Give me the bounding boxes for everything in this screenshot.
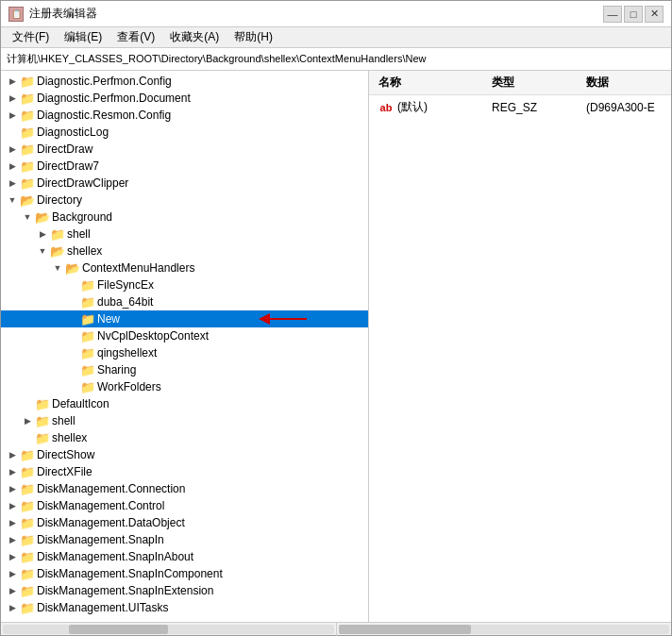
folder-icon: 📁 (35, 430, 50, 445)
horizontal-scrollbar[interactable] (3, 625, 334, 634)
expand-btn[interactable]: ▶ (5, 532, 20, 547)
tree-item-diskmgmt-dataobject[interactable]: ▶ 📁 DiskManagement.DataObject (1, 514, 368, 531)
expand-btn[interactable]: ▶ (5, 91, 20, 106)
app-icon: 📋 (8, 7, 24, 22)
tree-item-directshow[interactable]: ▶ 📁 DirectShow (1, 446, 368, 463)
folder-icon: 📁 (20, 91, 35, 106)
tree-item-duba64bit[interactable]: 📁 duba_64bit (1, 293, 368, 310)
item-label: DiskManagement.SnapInAbout (37, 550, 193, 563)
item-label: NvCplDesktopContext (97, 329, 209, 343)
col-type: 类型 (488, 73, 582, 92)
right-header: 名称 类型 数据 (369, 71, 671, 95)
expand-btn[interactable]: ▼ (5, 192, 20, 208)
address-value[interactable]: 计算机\HKEY_CLASSES_ROOT\Directory\Backgrou… (7, 52, 665, 66)
tree-item-nvcpl[interactable]: 📁 NvCplDesktopContext (1, 327, 368, 344)
tree-item-defaulticon[interactable]: 📁 DefaultIcon (1, 395, 368, 412)
tree-item-contextmenuhandlers[interactable]: ▼ 📂 ContextMenuHandlers (1, 259, 368, 276)
menu-favorites[interactable]: 收藏夹(A) (162, 27, 227, 47)
tree-item-diskmgmt-connection[interactable]: ▶ 📁 DiskManagement.Connection (1, 480, 368, 497)
expand-btn[interactable]: ▶ (5, 159, 20, 174)
scrollbar-thumb[interactable] (69, 625, 168, 634)
expand-btn[interactable]: ▼ (35, 243, 50, 259)
tree-item-dir-shellex[interactable]: 📁 shellex (1, 429, 368, 446)
registry-data-cell: (D969A300-E (582, 99, 665, 116)
tree-item-shellex[interactable]: ▼ 📂 shellex (1, 243, 368, 259)
tree-item-directdraw[interactable]: ▶ 📁 DirectDraw (1, 141, 368, 158)
expand-btn[interactable]: ▼ (20, 209, 35, 225)
tree-item-diaglog[interactable]: ▶ 📁 DiagnosticLog (1, 124, 368, 141)
expand-btn[interactable]: ▶ (5, 600, 20, 615)
tree-item-diskmgmt-snapinabout[interactable]: ▶ 📁 DiskManagement.SnapInAbout (1, 548, 368, 565)
folder-icon: 📁 (20, 108, 35, 123)
folder-icon: 📁 (20, 447, 35, 462)
expand-btn[interactable]: ▶ (5, 108, 20, 123)
maximize-button[interactable]: □ (624, 6, 643, 23)
tree-item-diskmgmt-snapincomponent[interactable]: ▶ 📁 DiskManagement.SnapInComponent (1, 565, 368, 582)
title-controls: — □ ✕ (603, 6, 664, 23)
tree-item-workfolders[interactable]: 📁 WorkFolders (1, 378, 368, 395)
folder-icon: 📁 (80, 294, 95, 310)
tree-panel[interactable]: ▶ 📁 Diagnostic.Perfmon.Config ▶ 📁 Diagno… (1, 71, 369, 622)
expand-btn[interactable]: ▶ (5, 74, 20, 89)
item-label: shellex (67, 244, 102, 258)
tree-item-qingshellext[interactable]: 📁 qingshellext (1, 344, 368, 361)
menu-help[interactable]: 帮助(H) (227, 27, 280, 47)
minimize-button[interactable]: — (603, 6, 622, 23)
tree-item-filesyncex[interactable]: 📁 FileSyncEx (1, 276, 368, 293)
tree-item-diskmgmt-uitasks[interactable]: ▶ 📁 DiskManagement.UITasks (1, 599, 368, 616)
expand-btn[interactable]: ▶ (5, 142, 20, 157)
expand-btn[interactable]: ▶ (5, 481, 20, 496)
expand-btn[interactable]: ▶ (5, 498, 20, 513)
expand-btn (65, 379, 80, 394)
expand-btn (65, 362, 80, 377)
expand-btn[interactable]: ▶ (5, 583, 20, 598)
item-label: DirectDraw7 (37, 159, 99, 173)
tree-item-new[interactable]: 📁 New (1, 310, 368, 327)
close-button[interactable]: ✕ (645, 6, 664, 23)
registry-row[interactable]: ab (默认) REG_SZ (D969A300-E (369, 95, 671, 119)
menu-edit[interactable]: 编辑(E) (57, 27, 109, 47)
item-label: DiskManagement.Connection (37, 482, 185, 495)
tree-item-directdrawclipper[interactable]: ▶ 📁 DirectDrawClipper (1, 175, 368, 192)
expand-btn[interactable]: ▶ (5, 515, 20, 530)
tree-item-directxfile[interactable]: ▶ 📁 DirectXFile (1, 463, 368, 480)
item-label: shellex (52, 431, 87, 444)
expand-btn (20, 430, 35, 445)
expand-btn[interactable]: ▶ (5, 549, 20, 564)
tree-item-shell[interactable]: ▶ 📁 shell (1, 226, 368, 243)
expand-btn[interactable]: ▶ (5, 125, 20, 140)
tree-item-diskmgmt-snapin[interactable]: ▶ 📁 DiskManagement.SnapIn (1, 531, 368, 548)
right-horizontal-scrollbar[interactable] (339, 625, 670, 634)
expand-btn[interactable]: ▶ (5, 176, 20, 191)
menu-file[interactable]: 文件(F) (5, 27, 57, 47)
expand-btn[interactable]: ▶ (5, 464, 20, 479)
col-data: 数据 (582, 73, 665, 92)
item-label: Diagnostic.Perfmon.Config (37, 75, 172, 88)
item-label: shell (52, 414, 76, 427)
expand-btn[interactable]: ▶ (20, 413, 35, 428)
expand-btn (65, 345, 80, 360)
item-label: DirectDrawClipper (37, 176, 128, 190)
folder-icon: 📁 (20, 142, 35, 157)
tree-item-directdraw7[interactable]: ▶ 📁 DirectDraw7 (1, 158, 368, 175)
tree-item-dir-shell[interactable]: ▶ 📁 shell (1, 412, 368, 429)
tree-item-diagperfconfig[interactable]: ▶ 📁 Diagnostic.Perfmon.Config (1, 73, 368, 90)
expand-btn[interactable]: ▶ (5, 447, 20, 462)
expand-btn[interactable]: ▶ (35, 226, 50, 242)
tree-item-diagperfdoc[interactable]: ▶ 📁 Diagnostic.Perfmon.Document (1, 90, 368, 107)
tree-item-diskmgmt-snapinextension[interactable]: ▶ 📁 DiskManagement.SnapInExtension (1, 582, 368, 599)
tree-item-diskmgmt-control[interactable]: ▶ 📁 DiskManagement.Control (1, 497, 368, 514)
tree-item-diagresmon[interactable]: ▶ 📁 Diagnostic.Resmon.Config (1, 107, 368, 124)
tree-item-sharing[interactable]: 📁 Sharing (1, 361, 368, 378)
right-scrollbar-thumb[interactable] (339, 625, 471, 634)
tree-item-directory[interactable]: ▼ 📂 Directory (1, 192, 368, 209)
menu-view[interactable]: 查看(V) (109, 27, 162, 47)
folder-icon: 📁 (80, 379, 95, 394)
expand-btn[interactable]: ▶ (5, 566, 20, 581)
window-title: 注册表编辑器 (29, 6, 97, 22)
item-label: DiskManagement.SnapIn (37, 533, 164, 546)
tree-item-background[interactable]: ▼ 📂 Background (1, 209, 368, 226)
folder-icon: 📂 (35, 209, 50, 225)
expand-btn[interactable]: ▼ (50, 260, 65, 276)
folder-icon: 📁 (20, 549, 35, 564)
